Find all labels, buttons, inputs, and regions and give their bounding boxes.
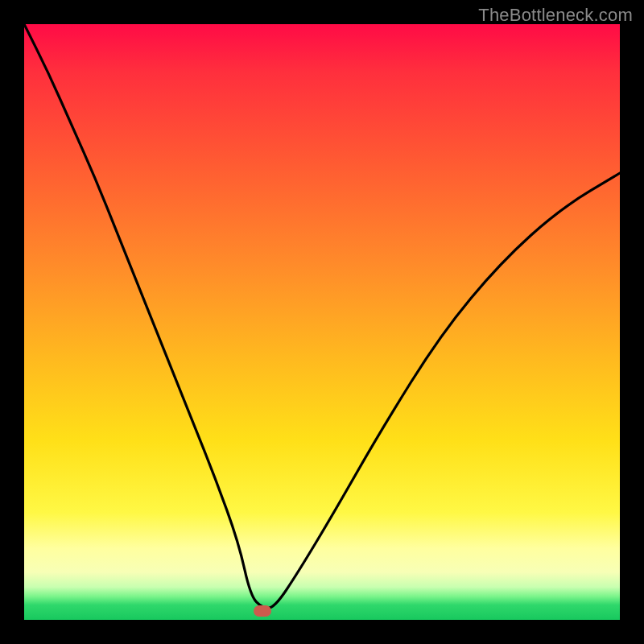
optimum-marker (254, 605, 271, 617)
watermark-text: TheBottleneck.com (478, 5, 633, 26)
bottleneck-curve (24, 24, 620, 620)
chart-frame: TheBottleneck.com (0, 0, 644, 644)
plot-area (24, 24, 620, 620)
